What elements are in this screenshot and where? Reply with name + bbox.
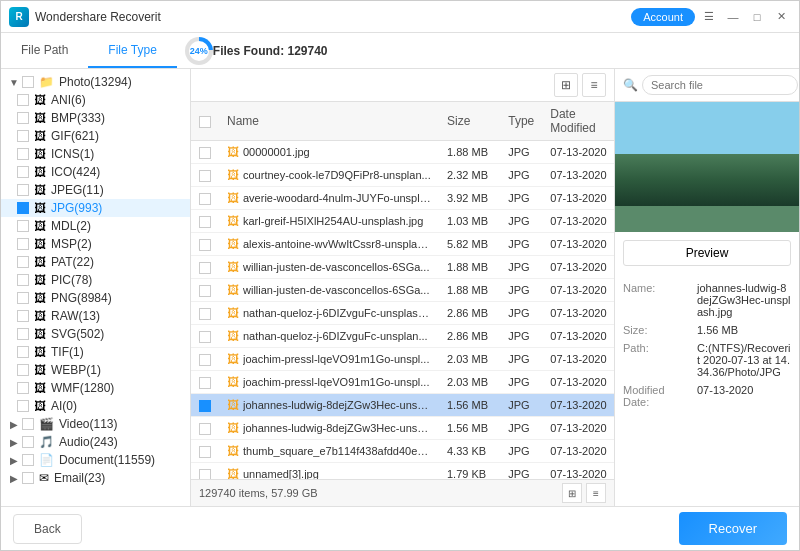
icns-checkbox[interactable] xyxy=(17,148,29,160)
table-row[interactable]: 🖼 johannes-ludwig-8dejZGw3Hec-unsp... 1.… xyxy=(191,417,614,440)
sidebar-item-document[interactable]: ▶ 📄 Document(11559) xyxy=(1,451,190,469)
sidebar-item-tif[interactable]: 🖼 TIF(1) xyxy=(1,343,190,361)
sidebar-item-jpg[interactable]: 🖼 JPG(993) xyxy=(1,199,190,217)
table-row[interactable]: 🖼 joachim-pressl-lqeVO91m1Go-unspl... 2.… xyxy=(191,348,614,371)
jpeg-icon: 🖼 xyxy=(34,183,46,197)
col-header-type[interactable]: Type xyxy=(500,102,542,141)
row-checkbox-cell[interactable] xyxy=(191,463,219,480)
sidebar-item-gif[interactable]: 🖼 GIF(621) xyxy=(1,127,190,145)
ico-checkbox[interactable] xyxy=(17,166,29,178)
ani-checkbox[interactable] xyxy=(17,94,29,106)
tab-file-path[interactable]: File Path xyxy=(1,33,88,68)
account-button[interactable]: Account xyxy=(631,8,695,26)
jpg-checkbox[interactable] xyxy=(17,202,29,214)
row-checkbox-cell[interactable] xyxy=(191,371,219,394)
search-input[interactable] xyxy=(642,75,798,95)
table-row[interactable]: 🖼 joachim-pressl-lqeVO91m1Go-unspl... 2.… xyxy=(191,371,614,394)
sidebar-item-icns[interactable]: 🖼 ICNS(1) xyxy=(1,145,190,163)
row-checkbox-cell[interactable] xyxy=(191,325,219,348)
row-checkbox-cell[interactable] xyxy=(191,440,219,463)
row-checkbox-cell[interactable] xyxy=(191,417,219,440)
row-checkbox-cell[interactable] xyxy=(191,141,219,164)
document-checkbox[interactable] xyxy=(22,454,34,466)
table-row[interactable]: 🖼 willian-justen-de-vasconcellos-6SGa...… xyxy=(191,256,614,279)
view-list-button[interactable]: ≡ xyxy=(582,73,606,97)
sidebar-item-pat[interactable]: 🖼 PAT(22) xyxy=(1,253,190,271)
tab-file-type[interactable]: File Type xyxy=(88,33,176,68)
sidebar-item-mdl[interactable]: 🖼 MDL(2) xyxy=(1,217,190,235)
bmp-checkbox[interactable] xyxy=(17,112,29,124)
status-icon-btn-2[interactable]: ≡ xyxy=(586,483,606,503)
sidebar-item-ai[interactable]: 🖼 AI(0) xyxy=(1,397,190,415)
sidebar-item-video[interactable]: ▶ 🎬 Video(113) xyxy=(1,415,190,433)
wmf-checkbox[interactable] xyxy=(17,382,29,394)
gif-checkbox[interactable] xyxy=(17,130,29,142)
sidebar-item-jpeg[interactable]: 🖼 JPEG(11) xyxy=(1,181,190,199)
tif-checkbox[interactable] xyxy=(17,346,29,358)
sidebar-item-wmf[interactable]: 🖼 WMF(1280) xyxy=(1,379,190,397)
bottom-bar: Back Recover xyxy=(1,506,799,550)
minimize-button[interactable]: — xyxy=(723,7,743,27)
sidebar-item-bmp[interactable]: 🖼 BMP(333) xyxy=(1,109,190,127)
view-grid-button[interactable]: ⊞ xyxy=(554,73,578,97)
sidebar-item-svg[interactable]: 🖼 SVG(502) xyxy=(1,325,190,343)
close-button[interactable]: ✕ xyxy=(771,7,791,27)
table-row[interactable]: 🖼 averie-woodard-4nulm-JUYFo-unsplan... … xyxy=(191,187,614,210)
table-row[interactable]: 🖼 thumb_square_e7b114f438afdd40e0... 4.3… xyxy=(191,440,614,463)
mdl-checkbox[interactable] xyxy=(17,220,29,232)
row-checkbox-cell[interactable] xyxy=(191,394,219,417)
svg-checkbox[interactable] xyxy=(17,328,29,340)
video-checkbox[interactable] xyxy=(22,418,34,430)
photo-checkbox[interactable] xyxy=(22,76,34,88)
email-checkbox[interactable] xyxy=(22,472,34,484)
sidebar-item-pic[interactable]: 🖼 PIC(78) xyxy=(1,271,190,289)
jpeg-checkbox[interactable] xyxy=(17,184,29,196)
table-row[interactable]: 🖼 willian-justen-de-vasconcellos-6SGa...… xyxy=(191,279,614,302)
row-checkbox-cell[interactable] xyxy=(191,164,219,187)
preview-button[interactable]: Preview xyxy=(623,240,791,266)
raw-checkbox[interactable] xyxy=(17,310,29,322)
table-row[interactable]: 🖼 nathan-queloz-j-6DIZvguFc-unsplash... … xyxy=(191,302,614,325)
back-button[interactable]: Back xyxy=(13,514,82,544)
row-checkbox-cell[interactable] xyxy=(191,279,219,302)
sidebar-item-photo[interactable]: ▼ 📁 Photo(13294) xyxy=(1,73,190,91)
ai-checkbox[interactable] xyxy=(17,400,29,412)
sidebar-item-png[interactable]: 🖼 PNG(8984) xyxy=(1,289,190,307)
webp-checkbox[interactable] xyxy=(17,364,29,376)
row-checkbox-cell[interactable] xyxy=(191,187,219,210)
col-header-date[interactable]: Date Modified xyxy=(542,102,614,141)
row-checkbox-cell[interactable] xyxy=(191,348,219,371)
maximize-button[interactable]: □ xyxy=(747,7,767,27)
sidebar-item-msp[interactable]: 🖼 MSP(2) xyxy=(1,235,190,253)
sidebar-item-ico[interactable]: 🖼 ICO(424) xyxy=(1,163,190,181)
audio-checkbox[interactable] xyxy=(22,436,34,448)
row-checkbox-cell[interactable] xyxy=(191,210,219,233)
sidebar-item-webp[interactable]: 🖼 WEBP(1) xyxy=(1,361,190,379)
sidebar-item-email-label: Email(23) xyxy=(54,471,105,485)
table-row[interactable]: 🖼 unnamed[3].jpg 1.79 KB JPG 07-13-2020 xyxy=(191,463,614,480)
row-checkbox-cell[interactable] xyxy=(191,256,219,279)
pat-checkbox[interactable] xyxy=(17,256,29,268)
table-row[interactable]: 🖼 johannes-ludwig-8dejZGw3Hec-unsp... 1.… xyxy=(191,394,614,417)
msp-checkbox[interactable] xyxy=(17,238,29,250)
recover-button[interactable]: Recover xyxy=(679,512,787,545)
table-row[interactable]: 🖼 nathan-queloz-j-6DIZvguFc-unsplan... 2… xyxy=(191,325,614,348)
col-header-size[interactable]: Size xyxy=(439,102,500,141)
progress-circle: 24% xyxy=(185,37,213,65)
sidebar-item-pic-label: PIC(78) xyxy=(51,273,92,287)
table-row[interactable]: 🖼 00000001.jpg 1.88 MB JPG 07-13-2020 xyxy=(191,141,614,164)
pic-checkbox[interactable] xyxy=(17,274,29,286)
sidebar-item-ani[interactable]: 🖼 ANI(6) xyxy=(1,91,190,109)
row-checkbox-cell[interactable] xyxy=(191,233,219,256)
row-checkbox-cell[interactable] xyxy=(191,302,219,325)
table-row[interactable]: 🖼 alexis-antoine-wvWwItCssr8-unsplan... … xyxy=(191,233,614,256)
sidebar-item-audio[interactable]: ▶ 🎵 Audio(243) xyxy=(1,433,190,451)
status-icon-btn-1[interactable]: ⊞ xyxy=(562,483,582,503)
col-header-name[interactable]: Name xyxy=(219,102,439,141)
table-row[interactable]: 🖼 courtney-cook-le7D9QFiPr8-unsplan... 2… xyxy=(191,164,614,187)
table-row[interactable]: 🖼 karl-greif-H5IXlH254AU-unsplash.jpg 1.… xyxy=(191,210,614,233)
sidebar-item-raw[interactable]: 🖼 RAW(13) xyxy=(1,307,190,325)
menu-button[interactable]: ☰ xyxy=(699,7,719,27)
png-checkbox[interactable] xyxy=(17,292,29,304)
sidebar-item-email[interactable]: ▶ ✉ Email(23) xyxy=(1,469,190,487)
